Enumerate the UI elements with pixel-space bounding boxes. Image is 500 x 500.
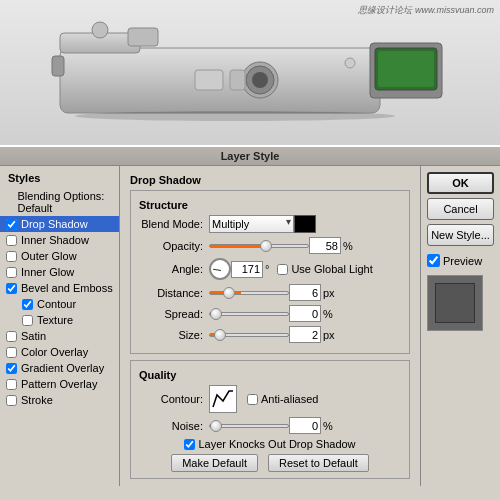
global-light-check-label[interactable]: Use Global Light	[277, 263, 372, 275]
preview-label: Preview	[443, 255, 482, 267]
opacity-input[interactable]	[309, 237, 341, 254]
svg-point-9	[92, 22, 108, 38]
angle-row: Angle: ° Use Global Light	[139, 258, 401, 280]
layer-knocks-check-label[interactable]: Layer Knocks Out Drop Shadow	[184, 438, 355, 450]
anti-aliased-checkbox[interactable]	[247, 394, 258, 405]
style-item-inner_shadow[interactable]: Inner Shadow	[0, 232, 119, 248]
style-label-color_overlay: Color Overlay	[21, 346, 88, 358]
reset-default-button[interactable]: Reset to Default	[268, 454, 369, 472]
spread-slider[interactable]	[209, 312, 289, 316]
style-label-bevel_emboss: Bevel and Emboss	[21, 282, 113, 294]
camera-preview: 思缘设计论坛 www.missvuan.com	[0, 0, 500, 145]
style-item-blending[interactable]: Blending Options: Default	[0, 188, 119, 216]
blend-mode-row: Blend Mode: NormalDissolveMultiplyScreen…	[139, 215, 401, 233]
styles-label: Styles	[0, 170, 119, 188]
style-checkbox-drop_shadow[interactable]	[6, 219, 17, 230]
preview-check-label[interactable]: Preview	[427, 254, 494, 267]
style-checkbox-outer_glow[interactable]	[6, 251, 17, 262]
svg-point-14	[75, 111, 395, 121]
camera-image	[40, 18, 460, 128]
style-item-pattern_overlay[interactable]: Pattern Overlay	[0, 376, 119, 392]
styles-panel: Styles Blending Options: DefaultDrop Sha…	[0, 166, 120, 486]
style-label-gradient_overlay: Gradient Overlay	[21, 362, 104, 374]
style-checkbox-pattern_overlay[interactable]	[6, 379, 17, 390]
size-input[interactable]	[289, 326, 321, 343]
distance-input[interactable]	[289, 284, 321, 301]
svg-rect-11	[128, 28, 158, 46]
cancel-button[interactable]: Cancel	[427, 198, 494, 220]
quality-section: Quality Contour: Anti-aliased	[130, 360, 410, 479]
distance-label: Distance:	[139, 287, 209, 299]
ok-button[interactable]: OK	[427, 172, 494, 194]
style-item-color_overlay[interactable]: Color Overlay	[0, 344, 119, 360]
spread-unit: %	[323, 308, 333, 320]
style-item-texture[interactable]: Texture	[0, 312, 119, 328]
style-checkbox-texture[interactable]	[22, 315, 33, 326]
style-label-drop_shadow: Drop Shadow	[21, 218, 88, 230]
style-checkbox-inner_shadow[interactable]	[6, 235, 17, 246]
angle-dial[interactable]	[209, 258, 231, 280]
style-checkbox-stroke[interactable]	[6, 395, 17, 406]
style-checkbox-color_overlay[interactable]	[6, 347, 17, 358]
noise-input[interactable]	[289, 417, 321, 434]
contour-label: Contour:	[139, 393, 209, 405]
opacity-unit: %	[343, 240, 353, 252]
distance-row: Distance: px	[139, 284, 401, 301]
spread-input[interactable]	[289, 305, 321, 322]
style-item-bevel_emboss[interactable]: Bevel and Emboss	[0, 280, 119, 296]
noise-label: Noise:	[139, 420, 209, 432]
style-checkbox-bevel_emboss[interactable]	[6, 283, 17, 294]
styles-list: Blending Options: DefaultDrop ShadowInne…	[0, 188, 119, 408]
style-label-inner_glow: Inner Glow	[21, 266, 74, 278]
angle-input[interactable]	[231, 261, 263, 278]
noise-row: Noise: %	[139, 417, 401, 434]
global-light-label: Use Global Light	[291, 263, 372, 275]
svg-rect-12	[195, 70, 223, 90]
preview-checkbox[interactable]	[427, 254, 440, 267]
style-checkbox-contour[interactable]	[22, 299, 33, 310]
contour-thumbnail[interactable]	[209, 385, 237, 413]
anti-aliased-label: Anti-aliased	[261, 393, 318, 405]
blend-mode-label: Blend Mode:	[139, 218, 209, 230]
layer-style-dialog: Layer Style Styles Blending Options: Def…	[0, 145, 500, 500]
right-panel: OK Cancel New Style... Preview	[420, 166, 500, 486]
global-light-checkbox[interactable]	[277, 264, 288, 275]
style-item-gradient_overlay[interactable]: Gradient Overlay	[0, 360, 119, 376]
angle-unit: °	[265, 263, 269, 275]
style-item-outer_glow[interactable]: Outer Glow	[0, 248, 119, 264]
size-unit: px	[323, 329, 335, 341]
opacity-slider[interactable]	[209, 244, 309, 248]
distance-slider[interactable]	[209, 291, 289, 295]
make-default-button[interactable]: Make Default	[171, 454, 258, 472]
blend-mode-select[interactable]: NormalDissolveMultiplyScreenOverlayDarke…	[209, 215, 294, 233]
quality-title: Quality	[139, 369, 401, 381]
style-label-outer_glow: Outer Glow	[21, 250, 77, 262]
style-checkbox-inner_glow[interactable]	[6, 267, 17, 278]
style-label-inner_shadow: Inner Shadow	[21, 234, 89, 246]
drop-shadow-title: Drop Shadow	[130, 174, 410, 186]
structure-section: Structure Blend Mode: NormalDissolveMult…	[130, 190, 410, 354]
blend-color-swatch[interactable]	[294, 215, 316, 233]
style-item-stroke[interactable]: Stroke	[0, 392, 119, 408]
anti-aliased-check-label[interactable]: Anti-aliased	[247, 393, 318, 405]
style-item-satin[interactable]: Satin	[0, 328, 119, 344]
dialog-title: Layer Style	[0, 147, 500, 166]
svg-rect-10	[52, 56, 64, 76]
watermark-text: 思缘设计论坛 www.missvuan.com	[358, 4, 494, 17]
style-label-satin: Satin	[21, 330, 46, 342]
style-item-inner_glow[interactable]: Inner Glow	[0, 264, 119, 280]
new-style-button[interactable]: New Style...	[427, 224, 494, 246]
style-label-pattern_overlay: Pattern Overlay	[21, 378, 97, 390]
style-item-contour[interactable]: Contour	[0, 296, 119, 312]
size-label: Size:	[139, 329, 209, 341]
style-label-texture: Texture	[37, 314, 73, 326]
contour-row: Contour: Anti-aliased	[139, 385, 401, 413]
spread-label: Spread:	[139, 308, 209, 320]
layer-knocks-checkbox[interactable]	[184, 439, 195, 450]
style-item-drop_shadow[interactable]: Drop Shadow	[0, 216, 119, 232]
style-checkbox-satin[interactable]	[6, 331, 17, 342]
noise-slider[interactable]	[209, 424, 289, 428]
style-checkbox-gradient_overlay[interactable]	[6, 363, 17, 374]
size-slider[interactable]	[209, 333, 289, 337]
spread-row: Spread: %	[139, 305, 401, 322]
